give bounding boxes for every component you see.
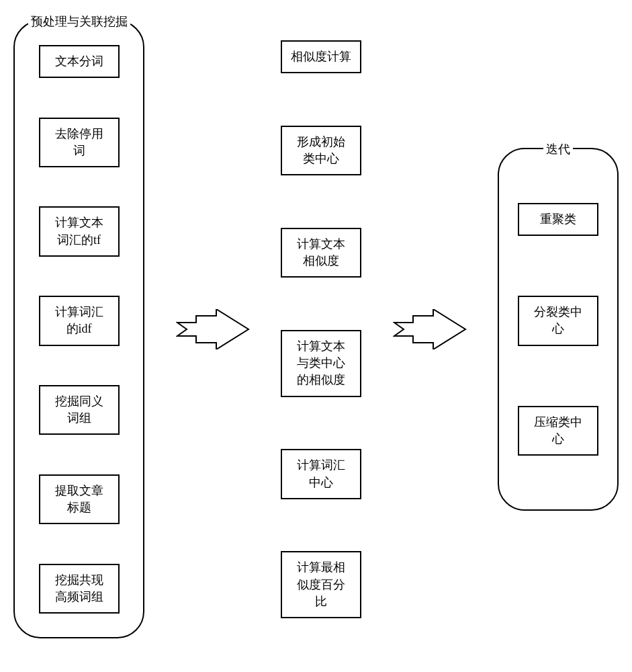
- box-compute-idf: 计算词汇的idf: [39, 296, 120, 345]
- box-text-segmentation: 文本分词: [39, 45, 120, 78]
- box-mine-cooccurrence: 挖掘共现高频词组: [39, 564, 120, 614]
- box-compress-center: 压缩类中心: [518, 406, 598, 456]
- box-recluster: 重聚类: [518, 203, 598, 236]
- box-text-sim: 计算文本相似度: [281, 228, 361, 278]
- box-compute-tf: 计算文本词汇的tf: [39, 206, 120, 256]
- panel-title-left: 预处理与关联挖掘: [28, 13, 130, 30]
- column-similarity: 相似度计算 形成初始类中心 计算文本相似度 计算文本与类中心的相似度 计算词汇中…: [281, 40, 361, 618]
- panel-preprocessing: 预处理与关联挖掘 文本分词 去除停用词 计算文本词汇的tf 计算词汇的idf 挖…: [13, 20, 144, 638]
- box-max-sim-pct: 计算最相似度百分比: [281, 551, 361, 618]
- arrow-right-icon: [176, 309, 250, 349]
- panel-iteration: 迭代 重聚类 分裂类中心 压缩类中心: [498, 148, 619, 511]
- box-remove-stopwords: 去除停用词: [39, 118, 120, 167]
- arrow-right-icon: [393, 309, 467, 349]
- box-extract-title: 提取文章标题: [39, 474, 120, 524]
- box-sim-compute: 相似度计算: [281, 40, 361, 73]
- box-init-center: 形成初始类中心: [281, 126, 361, 175]
- box-split-center: 分裂类中心: [518, 296, 598, 345]
- box-text-center-sim: 计算文本与类中心的相似度: [281, 330, 361, 397]
- panel-title-right: 迭代: [543, 141, 573, 157]
- box-mine-synonyms: 挖掘同义词组: [39, 385, 120, 435]
- diagram-root: 预处理与关联挖掘 文本分词 去除停用词 计算文本词汇的tf 计算词汇的idf 挖…: [13, 20, 619, 638]
- box-word-center: 计算词汇中心: [281, 449, 361, 499]
